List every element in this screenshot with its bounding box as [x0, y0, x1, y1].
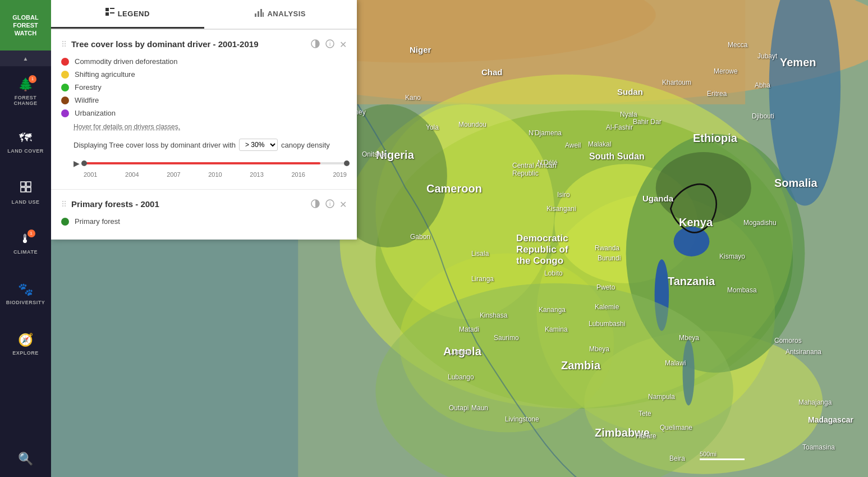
biodiversity-icon: 🐾 [18, 282, 34, 297]
legend-label-primary-forest: Primary forest [75, 217, 120, 226]
info-button[interactable]: i [325, 39, 335, 51]
legend-item-commodity: Commodity driven deforestation [61, 57, 347, 66]
opacity-button[interactable] [310, 39, 320, 51]
explore-label: EXPLORE [12, 350, 39, 356]
svg-rect-29 [255, 13, 256, 17]
play-button[interactable]: ▶ [74, 159, 80, 168]
sidebar-search[interactable]: 🔍 [0, 443, 51, 477]
sidebar-item-climate[interactable]: 🌡 1 CLIMATE [0, 218, 51, 268]
sidebar-item-forest-change[interactable]: 🌲 1 FOREST CHANGE [0, 66, 51, 117]
explore-icon: 🧭 [18, 333, 34, 347]
hover-hint[interactable]: Hover for details on drivers classes. [74, 123, 347, 131]
display-row: Displaying Tree cover loss by dominant d… [74, 139, 347, 151]
land-use-label: LAND USE [11, 199, 39, 205]
logo-text: GLOBAL FOREST WATCH [12, 13, 38, 38]
close-button-pf[interactable]: ✕ [339, 200, 347, 209]
tab-legend[interactable]: LEGEND [51, 0, 204, 29]
svg-point-19 [656, 152, 751, 224]
legend-item-primary-forest: Primary forest [61, 217, 347, 226]
legend-dot-primary-forest [61, 218, 69, 226]
analysis-tab-label: ANALYSIS [267, 10, 306, 18]
timeline-thumb-start[interactable] [81, 160, 87, 166]
svg-rect-22 [26, 182, 31, 186]
search-icon: 🔍 [18, 452, 33, 466]
legend-panel: LEGEND ANALYSIS ⠿ Tree cover loss by dom… [51, 0, 357, 240]
legend-dot-urbanization [61, 109, 69, 117]
land-cover-icon: 🗺 [19, 131, 32, 145]
display-suffix: canopy density [281, 141, 330, 149]
svg-rect-26 [110, 8, 114, 9]
forest-change-icon: 🌲 1 [18, 77, 34, 92]
display-prefix: Displaying Tree cover loss by dominant d… [74, 141, 236, 149]
land-cover-label: LAND COVER [7, 148, 44, 154]
drag-handle[interactable]: ⠿ [61, 40, 67, 49]
biodiversity-label: BIODIVERSITY [6, 300, 45, 305]
legend-dot-shifting [61, 71, 69, 79]
forest-change-label: FOREST CHANGE [3, 95, 48, 106]
svg-point-15 [674, 227, 710, 256]
svg-rect-21 [21, 182, 25, 186]
land-use-icon [20, 181, 32, 196]
legend-dot-forestry [61, 84, 69, 91]
opacity-button-pf[interactable] [310, 199, 320, 210]
svg-rect-28 [110, 12, 114, 13]
forest-change-badge: 1 [29, 75, 36, 83]
legend-tab-label: LEGEND [118, 10, 150, 18]
drag-handle-pf[interactable]: ⠿ [61, 200, 67, 209]
sidebar-scroll-up[interactable]: ▲ [0, 51, 51, 66]
tab-analysis[interactable]: ANALYSIS [204, 0, 357, 29]
year-2013: 2013 [250, 171, 263, 178]
year-2007: 2007 [167, 171, 180, 178]
legend-label-urbanization: Urbanization [75, 109, 116, 117]
svg-rect-27 [105, 12, 109, 16]
svg-rect-23 [21, 187, 25, 192]
legend-label-shifting: Shifting agriculture [75, 70, 135, 79]
sidebar-item-explore[interactable]: 🧭 EXPLORE [0, 319, 51, 369]
map-scale: 500mi [700, 451, 745, 460]
svg-text:i: i [329, 41, 330, 47]
svg-rect-24 [26, 187, 31, 192]
layer-card-primary-forests: ⠿ Primary forests - 2001 i ✕ [51, 190, 357, 240]
layer-header-pf: ⠿ Primary forests - 2001 i ✕ [61, 199, 347, 210]
legend-label-wildfire: Wildfire [75, 96, 99, 104]
layer-card-tree-cover-loss: ⠿ Tree cover loss by dominant driver - 2… [51, 30, 357, 190]
sidebar-item-biodiversity[interactable]: 🐾 BIODIVERSITY [0, 268, 51, 319]
legend-item-urbanization: Urbanization [61, 109, 347, 117]
legend-dot-commodity [61, 58, 69, 66]
layer-header: ⠿ Tree cover loss by dominant driver - 2… [61, 39, 347, 51]
app-logo[interactable]: GLOBAL FOREST WATCH [0, 0, 51, 51]
climate-label: CLIMATE [13, 249, 38, 255]
svg-rect-30 [258, 11, 259, 17]
sidebar: GLOBAL FOREST WATCH ▲ 🌲 1 FOREST CHANGE … [0, 0, 51, 477]
panel-tabs: LEGEND ANALYSIS [51, 0, 357, 30]
sidebar-item-land-use[interactable]: LAND USE [0, 167, 51, 218]
svg-text:i: i [329, 201, 330, 207]
year-2016: 2016 [291, 171, 305, 178]
year-2001: 2001 [84, 171, 97, 178]
scale-bar [700, 458, 745, 460]
legend-item-forestry: Forestry [61, 83, 347, 91]
svg-rect-25 [105, 8, 109, 11]
layer-actions: i ✕ [310, 39, 347, 51]
timeline-fill [84, 162, 320, 164]
canopy-density-select[interactable]: > 10% > 15% > 20% > 25% > 30% > 50% > 75… [239, 139, 278, 151]
timeline-labels: 2001 2004 2007 2010 2013 2016 2019 [74, 171, 347, 178]
layer-title: Tree cover loss by dominant driver - 200… [71, 39, 306, 50]
svg-rect-31 [260, 9, 262, 17]
close-button[interactable]: ✕ [339, 40, 347, 49]
year-2004: 2004 [125, 171, 139, 178]
year-2010: 2010 [208, 171, 222, 178]
year-2019: 2019 [333, 171, 346, 178]
timeline-track[interactable] [84, 162, 347, 164]
primary-forests-title: Primary forests - 2001 [71, 199, 306, 210]
legend-label-commodity: Commodity driven deforestation [75, 57, 178, 66]
timeline-section: ▶ 2001 2004 2007 2010 2013 2016 2019 [74, 159, 347, 178]
legend-dot-wildfire [61, 97, 69, 104]
svg-rect-32 [263, 12, 264, 17]
legend-label-forestry: Forestry [75, 83, 102, 91]
timeline-thumb-end[interactable] [344, 160, 350, 166]
info-button-pf[interactable]: i [325, 199, 335, 210]
legend-item-shifting: Shifting agriculture [61, 70, 347, 79]
timeline-controls: ▶ [74, 159, 347, 168]
sidebar-item-land-cover[interactable]: 🗺 LAND COVER [0, 117, 51, 167]
